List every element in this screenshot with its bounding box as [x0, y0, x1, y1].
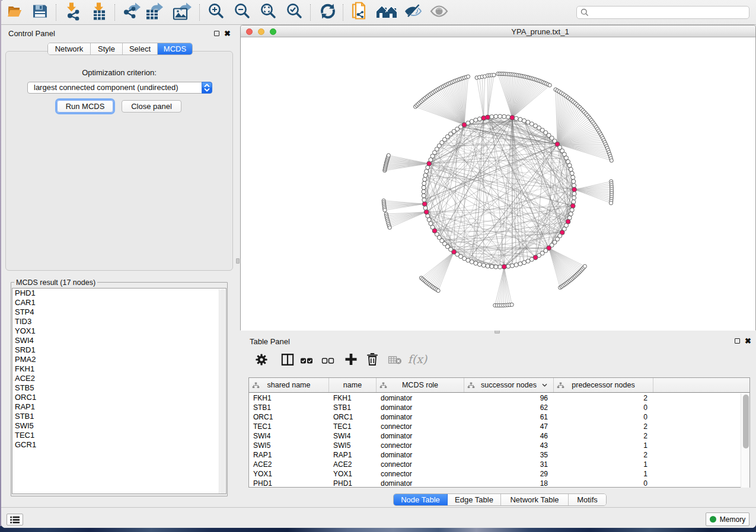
hide-selection-icon[interactable]: [404, 4, 422, 21]
table-cell: FKH1: [249, 393, 329, 403]
tab-node-table[interactable]: Node Table: [394, 494, 448, 505]
export-image-icon[interactable]: [173, 2, 192, 23]
table-cell: 62: [464, 403, 554, 412]
table-row[interactable]: STB1STB1dominator620: [249, 403, 749, 412]
mcds-result-item[interactable]: PHD1: [12, 289, 226, 298]
zoom-fit-icon[interactable]: [260, 3, 276, 22]
mcds-result-item[interactable]: CAR1: [12, 298, 226, 307]
table-options-icon[interactable]: [256, 354, 267, 368]
window-close-button[interactable]: [246, 28, 253, 35]
mcds-result-item[interactable]: YOX1: [12, 326, 226, 336]
table-panel-close-icon[interactable]: ✖: [745, 338, 751, 344]
tab-style[interactable]: Style: [91, 43, 123, 55]
table-cell: 2: [554, 450, 653, 460]
table-panel-float-icon[interactable]: [735, 338, 740, 344]
zoom-out-icon[interactable]: [234, 3, 250, 22]
mcds-result-item[interactable]: GCR1: [12, 440, 226, 450]
table-cell: 46: [464, 431, 554, 441]
mcds-result-item[interactable]: STP4: [12, 307, 226, 317]
toolbar-separator: [310, 4, 311, 21]
table-row[interactable]: TEC1TEC1connector472: [249, 422, 749, 431]
table-row[interactable]: ACE2ACE2connector311: [249, 460, 749, 469]
table-cell: 31: [464, 460, 554, 469]
deselect-all-icon[interactable]: [322, 356, 334, 367]
mcds-result-item[interactable]: SRD1: [12, 345, 226, 355]
tab-edge-table[interactable]: Edge Table: [448, 494, 501, 505]
table-row[interactable]: SWI4SWI4dominator462: [249, 431, 749, 441]
mcds-result-list[interactable]: PHD1CAR1STP4TID3YOX1SWI4SRD1PMA2FKH1ACE2…: [12, 288, 227, 494]
close-panel-button[interactable]: Close panel: [122, 100, 181, 113]
show-columns-icon[interactable]: [282, 354, 294, 368]
column-header-shared-name[interactable]: shared name: [249, 378, 329, 392]
mcds-result-item[interactable]: ORC1: [12, 393, 226, 402]
column-header-successor-nodes[interactable]: successor nodes: [464, 378, 554, 392]
table-cell: 29: [464, 469, 554, 479]
window-zoom-button[interactable]: [270, 28, 276, 35]
column-header-name[interactable]: name: [329, 378, 377, 392]
memory-status-dot: [710, 516, 716, 523]
table-cell: SWI4: [329, 431, 377, 441]
column-header-MCDS-role[interactable]: MCDS role: [377, 378, 464, 392]
show-all-icon[interactable]: [430, 5, 448, 20]
table-body[interactable]: FKH1FKH1dominator962STB1STB1dominator620…: [249, 393, 749, 488]
export-table-icon[interactable]: [145, 2, 164, 23]
mcds-list-scrollbar[interactable]: [219, 289, 225, 494]
run-mcds-button[interactable]: Run MCDS: [57, 100, 113, 113]
column-header-predecessor-nodes[interactable]: predecessor nodes: [554, 378, 653, 392]
table-scrollbar-thumb[interactable]: [743, 395, 749, 448]
apply-layout-icon[interactable]: [319, 3, 337, 22]
zoom-selected-icon[interactable]: [286, 3, 302, 22]
import-table-icon[interactable]: [91, 2, 107, 23]
window-minimize-button[interactable]: [258, 28, 264, 35]
zoom-in-icon[interactable]: [208, 3, 224, 22]
table-cell: 0: [554, 412, 653, 422]
table-cell: RAP1: [329, 450, 377, 460]
table-row[interactable]: PHD1PHD1dominator180: [249, 479, 749, 488]
delete-columns-icon[interactable]: [367, 353, 378, 368]
log-console-button[interactable]: [7, 514, 23, 525]
table-scrollbar[interactable]: [741, 393, 749, 488]
mcds-result-item[interactable]: FKH1: [12, 364, 226, 374]
vertical-splitter-handle[interactable]: [236, 258, 240, 264]
tab-mcds[interactable]: MCDS: [158, 43, 192, 55]
import-network-icon[interactable]: [65, 2, 81, 23]
new-network-from-selection-icon[interactable]: [352, 1, 368, 23]
tab-network[interactable]: Network: [48, 43, 91, 55]
mcds-result-item[interactable]: SWI5: [12, 421, 226, 431]
tab-select[interactable]: Select: [123, 43, 158, 55]
mcds-result-item[interactable]: STB1: [12, 412, 226, 421]
search-input[interactable]: [576, 6, 749, 19]
mcds-result-item[interactable]: SWI4: [12, 336, 226, 345]
control-panel-float-icon[interactable]: [214, 31, 219, 36]
open-session-icon[interactable]: [7, 4, 23, 21]
export-network-icon[interactable]: [123, 2, 142, 23]
table-cell: dominator: [377, 393, 464, 403]
mcds-result-item[interactable]: TID3: [12, 317, 226, 326]
network-view-titlebar[interactable]: YPA_prune.txt_1: [241, 25, 755, 37]
table-row[interactable]: RAP1RAP1dominator352: [249, 450, 749, 460]
network-canvas[interactable]: [241, 38, 755, 331]
mcds-result-item[interactable]: PMA2: [12, 355, 226, 364]
optimization-criterion-select[interactable]: largest connected component (undirected): [27, 82, 212, 94]
mcds-result-item[interactable]: STB5: [12, 383, 226, 393]
save-session-icon[interactable]: [33, 4, 47, 21]
mcds-result-item[interactable]: RAP1: [12, 402, 226, 412]
mcds-result-item[interactable]: ACE2: [12, 374, 226, 383]
memory-button[interactable]: Memory: [706, 512, 749, 526]
tab-network-table[interactable]: Network Table: [501, 494, 569, 505]
column-header-label: shared name: [267, 381, 311, 389]
select-all-icon[interactable]: [301, 356, 313, 367]
table-cell: dominator: [377, 431, 464, 441]
table-cell: ORC1: [249, 412, 329, 422]
table-row[interactable]: SWI5SWI5connector431: [249, 441, 749, 450]
mcds-result-item[interactable]: TEC1: [12, 431, 226, 440]
table-row[interactable]: ORC1ORC1dominator610: [249, 412, 749, 422]
table-row[interactable]: YOX1YOX1connector291: [249, 469, 749, 479]
table-row[interactable]: FKH1FKH1dominator962: [249, 393, 749, 403]
tab-motifs[interactable]: Motifs: [569, 494, 606, 505]
control-panel-close-icon[interactable]: ✖: [224, 31, 231, 37]
first-neighbors-icon[interactable]: [376, 4, 397, 21]
column-header-label: successor nodes: [481, 381, 537, 389]
create-column-icon[interactable]: [345, 353, 358, 368]
search-icon: [580, 8, 589, 17]
